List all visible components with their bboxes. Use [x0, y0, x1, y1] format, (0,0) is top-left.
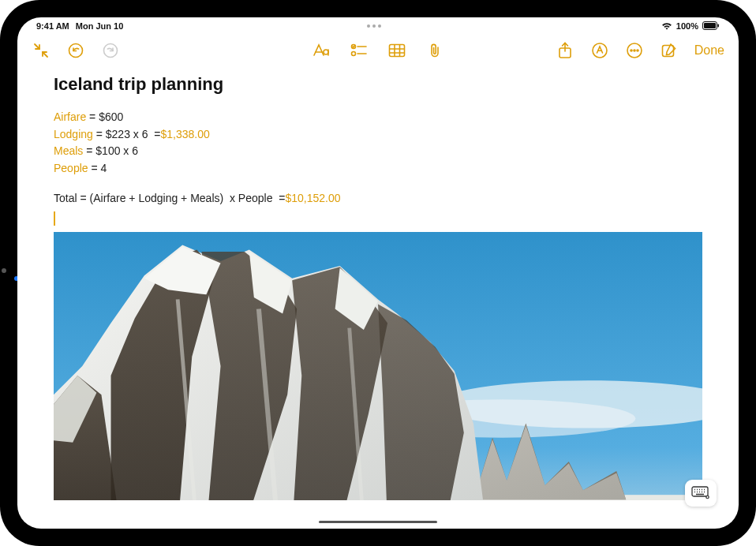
attached-photo[interactable]: [54, 232, 702, 500]
done-button[interactable]: Done: [694, 43, 724, 58]
calculation-block[interactable]: Airfare = $600 Lodging = $223 x 6 =$1,33…: [54, 109, 702, 207]
multitasking-dots[interactable]: [367, 24, 389, 28]
more-icon[interactable]: [625, 41, 644, 60]
battery-icon: [702, 21, 720, 32]
attachment-icon[interactable]: [425, 41, 444, 60]
table-icon[interactable]: [387, 41, 406, 60]
undo-icon[interactable]: [66, 41, 85, 60]
status-bar: 9:41 AM Mon Jun 10 100%: [17, 17, 739, 35]
share-icon[interactable]: [556, 41, 574, 60]
svg-rect-2: [718, 24, 720, 27]
total-result: $10,152.00: [285, 192, 340, 204]
svg-rect-1: [704, 23, 716, 28]
note-title[interactable]: Iceland trip planning: [54, 74, 702, 95]
status-date: Mon Jun 10: [76, 21, 124, 31]
svg-point-11: [631, 50, 632, 51]
svg-point-12: [634, 50, 635, 51]
minimize-icon[interactable]: [32, 41, 51, 60]
wifi-icon: [661, 21, 672, 32]
var-lodging: Lodging: [54, 128, 93, 140]
checklist-icon[interactable]: [350, 41, 369, 60]
var-people: People: [54, 162, 88, 174]
battery-percent: 100%: [676, 21, 698, 31]
editor-toolbar: Done: [17, 35, 739, 66]
status-time: 9:41 AM: [36, 21, 69, 31]
text-cursor: [54, 211, 55, 226]
svg-point-6: [352, 52, 356, 56]
lodging-result: $1,338.00: [160, 128, 209, 140]
redo-icon: [101, 41, 120, 60]
var-airfare: Airfare: [54, 110, 86, 123]
text-format-icon[interactable]: [312, 41, 331, 60]
note-content[interactable]: Iceland trip planning Airfare = $600 Lod…: [17, 66, 739, 529]
home-indicator[interactable]: [319, 521, 437, 524]
total-expression: Total = (Airfare + Lodging + Meals) x Pe…: [54, 192, 285, 204]
markup-icon[interactable]: [590, 41, 609, 60]
var-meals: Meals: [54, 144, 83, 157]
svg-point-13: [637, 50, 638, 51]
compose-icon[interactable]: [660, 41, 679, 60]
keyboard-button[interactable]: [685, 480, 717, 507]
svg-rect-7: [390, 45, 405, 57]
